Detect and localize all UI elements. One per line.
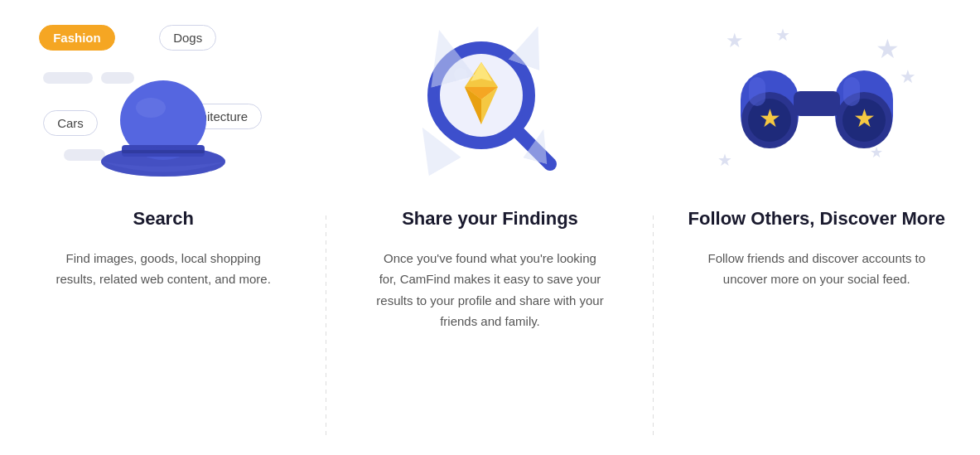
bino-container: ★ ★ ★ ★ ★ ★ — [709, 21, 924, 186]
star-5: ★ — [717, 150, 732, 170]
hat-illustration — [97, 70, 229, 186]
svg-text:★: ★ — [852, 104, 875, 132]
svg-point-2 — [136, 98, 166, 118]
follow-title: Follow Others, Discover More — [678, 207, 955, 231]
share-illustration — [351, 17, 628, 191]
search-desc: Find images, goods, local shopping resul… — [47, 248, 279, 290]
search-text: Search Find images, goods, local shoppin… — [25, 191, 302, 290]
search-column: Fashion Dogs Cars Architecture — [0, 0, 326, 455]
share-column: Share your Findings Once you've found wh… — [326, 0, 653, 455]
svg-rect-18 — [794, 91, 840, 116]
follow-illustration: ★ ★ ★ ★ ★ ★ — [678, 17, 955, 191]
share-desc: Once you've found what you're looking fo… — [374, 248, 606, 332]
magnify-container — [407, 21, 572, 186]
search-illustration: Fashion Dogs Cars Architecture — [25, 17, 302, 191]
tag-group: Fashion Dogs Cars Architecture — [31, 21, 296, 186]
svg-rect-25 — [749, 77, 765, 106]
svg-text:★: ★ — [758, 104, 780, 132]
search-title: Search — [25, 207, 302, 231]
star-3: ★ — [876, 33, 900, 65]
svg-rect-26 — [843, 77, 860, 106]
svg-point-5 — [101, 147, 225, 177]
tag-dogs[interactable]: Dogs — [159, 25, 216, 51]
star-6: ★ — [870, 143, 883, 162]
tag-placeholder-1 — [43, 72, 93, 84]
tag-cars[interactable]: Cars — [43, 110, 98, 136]
follow-column: ★ ★ ★ ★ ★ ★ — [654, 0, 980, 455]
tag-fashion[interactable]: Fashion — [39, 25, 115, 51]
star-4: ★ — [900, 66, 916, 88]
share-title: Share your Findings — [351, 207, 628, 231]
follow-text: Follow Others, Discover More Follow frie… — [678, 191, 955, 290]
follow-desc: Follow friends and discover accounts to … — [701, 248, 933, 290]
star-1: ★ — [726, 29, 744, 52]
star-2: ★ — [775, 25, 790, 45]
main-container: Fashion Dogs Cars Architecture — [0, 0, 980, 455]
share-text: Share your Findings Once you've found wh… — [351, 191, 628, 332]
